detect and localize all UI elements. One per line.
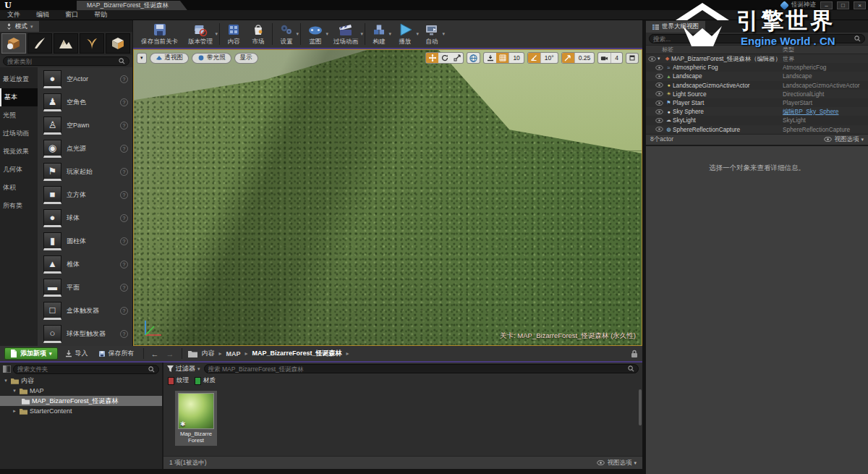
grid-snap-value[interactable]: 10	[509, 52, 523, 64]
modes-tab[interactable]: 模式 ▾	[0, 21, 39, 32]
eye-icon[interactable]	[653, 65, 665, 70]
level-tab[interactable]: MAP_BizarreForest_怪诞森林	[77, 1, 187, 10]
menu-window[interactable]: 窗口	[65, 10, 78, 20]
outliner-row-landscape-gizmo[interactable]: ● LandscapeGizmoActiveActor LandscapeGiz…	[646, 81, 868, 90]
tree-item-level-folder[interactable]: MAP_BizarreForest_怪诞森林	[0, 396, 162, 406]
tree-item-map[interactable]: ▾ MAP	[0, 386, 162, 396]
place-item-plane[interactable]: ▬平面?	[38, 276, 132, 299]
cinematics-button[interactable]: 过场动画 ▾	[328, 21, 363, 47]
back-button[interactable]: ←	[150, 350, 161, 358]
asset-grid[interactable]: ✱ Map_Bizarre Forest	[163, 386, 642, 456]
minimize-button[interactable]: –	[820, 1, 833, 9]
cb-view-options-button[interactable]: 视图选项 ▾	[597, 459, 637, 467]
mode-geometry-button[interactable]	[106, 33, 130, 54]
place-item-point-light[interactable]: ◉点光源?	[38, 137, 132, 160]
marketplace-button[interactable]: 市场	[246, 21, 271, 47]
category-lights[interactable]: 光照	[0, 106, 38, 124]
place-item-sphere-trigger[interactable]: ○球体型触发器?	[38, 322, 132, 345]
level-viewport[interactable]: ▾ 透视图 带光照 显示	[133, 49, 642, 346]
world-space-button[interactable]	[467, 52, 480, 64]
scale-tool-button[interactable]	[451, 52, 463, 64]
sources-search-box[interactable]	[13, 365, 159, 374]
chevron-down-icon[interactable]: ▾	[296, 31, 299, 37]
rotate-tool-button[interactable]	[438, 52, 451, 64]
menu-file[interactable]: 文件	[7, 10, 20, 20]
scale-snap-toggle[interactable]	[562, 52, 574, 64]
outliner-search-input[interactable]	[653, 35, 851, 43]
place-item-cone[interactable]: ▲椎体?	[38, 253, 132, 276]
mode-paint-button[interactable]	[27, 33, 52, 54]
move-tool-button[interactable]	[426, 52, 438, 64]
eye-icon[interactable]	[653, 127, 665, 132]
rotation-snap-value[interactable]: 10°	[540, 52, 558, 64]
eye-icon[interactable]	[646, 56, 658, 62]
maximize-viewport-button[interactable]	[626, 53, 639, 64]
surface-snap-button[interactable]	[484, 52, 496, 64]
place-item-cube[interactable]: ■立方体?	[38, 183, 132, 206]
close-button[interactable]: ×	[854, 1, 866, 9]
category-all-classes[interactable]: 所有类	[0, 197, 38, 215]
world-outliner-tab[interactable]: 世界大纲视图	[646, 21, 705, 33]
category-basic[interactable]: 基本	[0, 88, 38, 106]
menu-edit[interactable]: 编辑	[36, 10, 49, 20]
place-item-cylinder[interactable]: ▮圆柱体?	[38, 229, 132, 253]
launch-button[interactable]: 自动 ▾	[419, 21, 445, 47]
scrollbar[interactable]	[639, 389, 642, 426]
import-button[interactable]: 导入	[62, 349, 91, 358]
eye-icon[interactable]	[653, 101, 665, 106]
place-item-sphere[interactable]: ●球体?	[38, 206, 132, 229]
column-label[interactable]: 标签	[646, 46, 783, 54]
grid-snap-toggle[interactable]	[496, 52, 509, 64]
camera-speed-value[interactable]: 4	[610, 52, 622, 64]
place-item-empty-actor[interactable]: ●空Actor?	[38, 67, 132, 90]
mode-place-button[interactable]	[1, 33, 26, 54]
tree-item-content[interactable]: ▾ 内容	[0, 376, 162, 386]
outliner-row-skylight[interactable]: ☁ SkyLight SkyLight	[646, 116, 868, 124]
sources-toggle-icon[interactable]	[3, 365, 11, 373]
column-type[interactable]: 类型	[783, 46, 868, 54]
outliner-row-sky-sphere[interactable]: ● Sky Sphere 编辑BP_Sky_Sphere	[646, 107, 868, 116]
save-all-button[interactable]: 保存所有	[95, 349, 137, 358]
chevron-down-icon[interactable]: ▾	[215, 31, 218, 37]
scale-snap-value[interactable]: 0.25	[574, 52, 595, 64]
category-volumes[interactable]: 体积	[0, 179, 38, 197]
breadcrumb-map[interactable]: MAP	[226, 350, 241, 357]
content-button[interactable]: 内容	[221, 21, 246, 47]
asset-tile-selected[interactable]: ✱ Map_Bizarre Forest	[175, 391, 217, 446]
outliner-row-sphere-reflection[interactable]: ◍ SphereReflectionCapture SphereReflecti…	[646, 125, 868, 134]
chevron-down-icon[interactable]: ▾	[360, 31, 363, 37]
menu-help[interactable]: 帮助	[94, 10, 107, 20]
add-new-button[interactable]: 添加新项 ▾	[4, 347, 58, 360]
outliner-row-landscape[interactable]: ▲ Landscape Landscape	[646, 72, 868, 80]
category-visual-effects[interactable]: 视觉效果	[0, 143, 38, 161]
view-mode-button[interactable]: 带光照	[192, 53, 231, 64]
show-flags-button[interactable]: 显示	[234, 53, 258, 64]
category-recent[interactable]: 最近放置	[0, 70, 38, 88]
outliner-row-light-source[interactable]: ☀ Light Source DirectionalLight	[646, 90, 868, 98]
expand-arrow-icon[interactable]: ▸	[12, 408, 17, 414]
outliner-search-box[interactable]	[649, 34, 865, 43]
rotation-snap-toggle[interactable]	[528, 52, 540, 64]
asset-search-box[interactable]	[204, 364, 639, 373]
maximize-button[interactable]: □	[837, 1, 849, 9]
category-cinematic[interactable]: 过场动画	[0, 124, 38, 143]
expand-arrow-icon[interactable]: ▾	[658, 56, 663, 62]
place-item-empty-character[interactable]: ♟空角色?	[38, 90, 132, 114]
expand-arrow-icon[interactable]: ▾	[3, 378, 9, 384]
eye-icon[interactable]	[653, 82, 665, 88]
outliner-row-atmospheric-fog[interactable]: ≈ Atmospheric Fog AtmosphericFog	[646, 63, 868, 72]
category-geometry[interactable]: 几何体	[0, 161, 38, 179]
breadcrumb-content[interactable]: 内容	[202, 349, 215, 358]
play-button[interactable]: 播放 ▾	[391, 21, 419, 47]
chevron-down-icon[interactable]: ▾	[442, 31, 445, 37]
level-asset-thumbnail[interactable]: ✱	[178, 393, 214, 429]
lock-button[interactable]	[631, 350, 638, 358]
outliner-column-headers[interactable]: 标签 类型	[646, 45, 868, 54]
expand-arrow-icon[interactable]: ▾	[12, 388, 17, 394]
eye-icon[interactable]	[653, 109, 665, 114]
source-control-button[interactable]: 版本管理 ▾	[183, 21, 218, 47]
outliner-view-options-button[interactable]: 视图选项 ▾	[824, 135, 864, 144]
edit-blueprint-link[interactable]: 编辑BP_Sky_Sphere	[783, 108, 868, 116]
place-item-empty-pawn[interactable]: ♙空Pawn?	[38, 114, 132, 137]
mode-landscape-button[interactable]	[54, 33, 78, 54]
